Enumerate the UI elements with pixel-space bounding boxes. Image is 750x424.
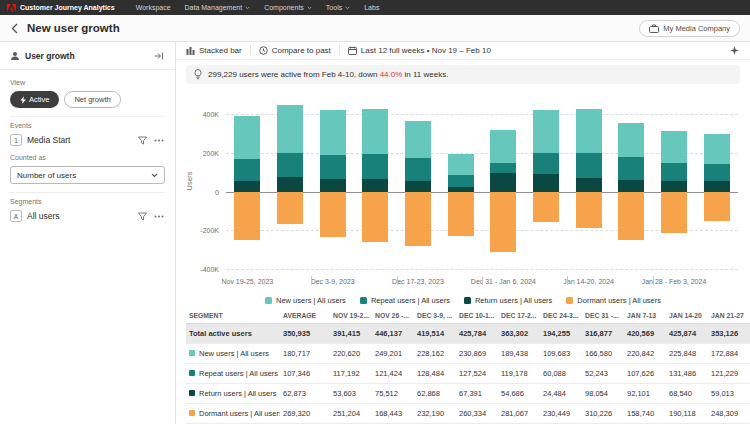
date-range-button[interactable]: Last 12 full weeks • Nov 19 – Feb 10 — [348, 46, 491, 55]
legend-item[interactable]: Repeat users | All users — [360, 296, 450, 305]
x-axis-label: Dec 31 - Jan 6, 2024 — [471, 278, 536, 285]
bar-segment[interactable] — [704, 134, 730, 164]
bar-segment[interactable] — [533, 110, 559, 153]
table-column-header: DEC 17-2... — [498, 308, 540, 324]
x-axis-tick — [397, 276, 398, 285]
filter-icon[interactable] — [137, 135, 148, 146]
back-button[interactable] — [10, 22, 19, 35]
main-content: Stacked bar Compare to past Last 12 full… — [176, 42, 750, 424]
value-cell: 446,137 — [372, 323, 414, 343]
legend-label: Return users | All users — [475, 296, 552, 305]
bar-segment[interactable] — [234, 116, 260, 159]
bar-segment[interactable] — [234, 192, 260, 241]
event-name[interactable]: Media Start — [27, 135, 132, 145]
bar-segment[interactable] — [490, 130, 516, 162]
value-cell: 121,229 — [708, 363, 750, 383]
bar-segment[interactable] — [405, 181, 431, 192]
bar-segment[interactable] — [704, 192, 730, 221]
bar-segment[interactable] — [618, 123, 644, 156]
counted-as-select[interactable]: Number of users — [10, 166, 165, 184]
table-row: Dormant users | All users269,320251,2041… — [186, 403, 750, 423]
nav-item-labs[interactable]: Labs — [357, 0, 386, 15]
user-growth-chart: Users 400K200K0-200K-400K Nov 19-25, 202… — [186, 89, 742, 293]
segments-section-label: Segments — [10, 198, 165, 205]
nav-item-components[interactable]: Components — [257, 0, 319, 15]
legend-item[interactable]: New users | All users — [265, 296, 346, 305]
bar-segment[interactable] — [576, 192, 602, 229]
bar-segment[interactable] — [576, 153, 602, 178]
chart-type-button[interactable]: Stacked bar — [186, 46, 242, 55]
bar-segment[interactable] — [277, 105, 303, 153]
legend-item[interactable]: Dormant users | All users — [566, 296, 661, 305]
bar-segment[interactable] — [277, 177, 303, 192]
legend-label: Dormant users | All users — [577, 296, 661, 305]
segment-label-cell: Repeat users | All users — [186, 363, 280, 383]
bar-segment[interactable] — [448, 192, 474, 237]
value-cell: 180,717 — [280, 343, 330, 363]
insight-highlight: 44.0% — [380, 70, 403, 79]
bar-segment[interactable] — [661, 163, 687, 181]
sparkle-icon[interactable] — [729, 45, 740, 56]
collapse-panel-icon[interactable] — [153, 50, 165, 62]
more-options-icon[interactable] — [153, 214, 165, 219]
bar-segment[interactable] — [362, 154, 388, 179]
table-row: New users | All users180,717220,620249,2… — [186, 343, 750, 363]
legend-item[interactable]: Return users | All users — [464, 296, 552, 305]
bar-segment[interactable] — [490, 192, 516, 252]
bar-segment[interactable] — [661, 181, 687, 192]
view-option-active[interactable]: Active — [10, 91, 59, 108]
nav-item-workspace[interactable]: Workspace — [129, 0, 178, 15]
bar-segment[interactable] — [661, 192, 687, 234]
bar-segment[interactable] — [661, 131, 687, 162]
bar-segment[interactable] — [533, 192, 559, 223]
bar-segment[interactable] — [704, 181, 730, 191]
bar-segment[interactable] — [618, 192, 644, 240]
bar-segment[interactable] — [618, 157, 644, 180]
filter-icon[interactable] — [137, 211, 148, 222]
segment-name[interactable]: All users — [27, 211, 132, 221]
bar-segment[interactable] — [448, 154, 474, 175]
insight-banner: 299,229 users were active from Feb 4-10,… — [186, 65, 740, 84]
compare-to-past-button[interactable]: Compare to past — [259, 46, 331, 55]
bar-segment[interactable] — [576, 109, 602, 153]
bar-segment[interactable] — [320, 192, 346, 237]
value-cell: 54,686 — [498, 383, 540, 403]
bar-segment[interactable] — [320, 155, 346, 180]
bar-segment[interactable] — [533, 153, 559, 174]
table-column-header: AVERAGE — [280, 308, 330, 324]
company-selector-button[interactable]: My Media Company — [639, 20, 740, 37]
bar-segment[interactable] — [362, 179, 388, 192]
bar-segment[interactable] — [704, 164, 730, 181]
bar-segment[interactable] — [234, 181, 260, 191]
bar-segment[interactable] — [405, 192, 431, 246]
bar-segment[interactable] — [448, 187, 474, 192]
nav-item-tools[interactable]: Tools — [319, 0, 357, 15]
calendar-icon — [348, 46, 357, 55]
bar-segment[interactable] — [362, 192, 388, 242]
left-panel: User growth View Active Net growth Event… — [0, 42, 176, 424]
bar-segment[interactable] — [448, 175, 474, 187]
bar-segment[interactable] — [277, 153, 303, 177]
bar-segment[interactable] — [490, 163, 516, 173]
bar-segment[interactable] — [277, 192, 303, 225]
bar-segment[interactable] — [618, 180, 644, 191]
view-option-net-growth[interactable]: Net growth — [64, 91, 120, 108]
more-options-icon[interactable] — [153, 138, 165, 143]
bar-segment[interactable] — [234, 159, 260, 182]
bar-segment[interactable] — [533, 174, 559, 192]
adobe-logo-icon[interactable] — [7, 4, 16, 12]
legend-swatch — [464, 297, 471, 304]
value-cell: 190,118 — [666, 403, 708, 423]
nav-item-data-management[interactable]: Data Management — [178, 0, 258, 15]
bar-segment[interactable] — [405, 158, 431, 181]
bar-segment[interactable] — [320, 110, 346, 154]
bar-segment[interactable] — [362, 109, 388, 154]
briefcase-icon — [649, 24, 659, 33]
value-cell: 194,255 — [540, 323, 582, 343]
bar-segment[interactable] — [405, 121, 431, 158]
bar-segment[interactable] — [490, 173, 516, 192]
lightbulb-icon — [194, 69, 202, 80]
bar-segment[interactable] — [576, 178, 602, 191]
value-cell: 228,162 — [414, 343, 456, 363]
bar-segment[interactable] — [320, 179, 346, 191]
